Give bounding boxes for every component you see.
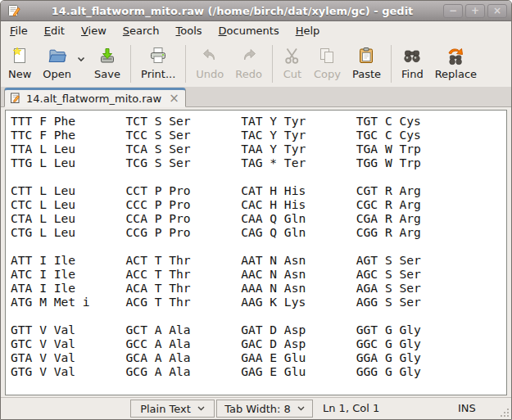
menu-search[interactable]: Search <box>115 22 168 39</box>
undo-icon <box>200 46 220 65</box>
replace-button[interactable]: Replace <box>429 43 483 85</box>
cursor-position: Ln 1, Col 1 <box>323 402 379 414</box>
maximize-button[interactable]: + <box>465 4 485 18</box>
print-button[interactable]: Print... <box>135 43 181 85</box>
text-file-icon <box>10 93 21 104</box>
toolbar-label: Paste <box>352 68 381 80</box>
tab-label: 14.alt_flatworm_mito.raw <box>26 93 161 105</box>
language-selector[interactable]: Plain Text <box>130 400 215 418</box>
toolbar-separator <box>185 45 186 83</box>
cut-button[interactable]: Cut <box>277 43 308 85</box>
menu-tools[interactable]: Tools <box>168 22 211 39</box>
close-button[interactable]: × <box>487 4 507 18</box>
toolbar-label: Save <box>94 68 120 80</box>
new-document-icon <box>10 46 29 65</box>
menu-view[interactable]: View <box>73 22 115 39</box>
minimize-button[interactable]: − <box>443 4 463 18</box>
toolbar-label: Copy <box>314 68 341 80</box>
window-controls: − + × <box>443 4 507 18</box>
undo-button[interactable]: Undo <box>190 43 229 85</box>
toolbar-label: Cut <box>283 68 301 80</box>
toolbar-label: Undo <box>196 68 224 80</box>
toolbar-label: Open <box>43 68 71 80</box>
copy-button[interactable]: Copy <box>308 43 347 85</box>
toolbar-label: Replace <box>435 68 477 80</box>
find-icon <box>402 46 422 65</box>
tab-close-icon[interactable]: × <box>166 93 179 103</box>
save-icon <box>97 46 117 65</box>
toolbar-separator <box>130 45 131 83</box>
text-content[interactable]: TTT F Phe TCT S Ser TAT Y Tyr TGT C Cys … <box>6 111 506 378</box>
toolbar: New Open Save <box>1 40 511 87</box>
toolbar-separator <box>272 45 273 83</box>
save-button[interactable]: Save <box>88 43 126 85</box>
toolbar-label: Redo <box>235 68 262 80</box>
chevron-down-icon <box>297 406 305 411</box>
tab-current-document[interactable]: 14.alt_flatworm_mito.raw × <box>4 88 186 107</box>
paste-icon <box>356 46 376 65</box>
gedit-app-icon[interactable] <box>7 3 21 18</box>
editor: TTT F Phe TCT S Ser TAT Y Tyr TGT C Cys … <box>5 110 507 395</box>
open-recent-dropdown[interactable] <box>77 43 88 85</box>
gedit-window: 14.alt_flatworm_mito.raw (/home/birch/da… <box>0 0 512 420</box>
chevron-down-icon <box>197 406 205 411</box>
resize-grip[interactable] <box>499 407 509 417</box>
paste-button[interactable]: Paste <box>347 43 387 85</box>
open-button[interactable]: Open <box>37 43 77 85</box>
print-icon <box>148 46 168 65</box>
toolbar-label: Print... <box>141 68 175 80</box>
find-button[interactable]: Find <box>396 43 429 85</box>
replace-icon <box>446 46 465 65</box>
window-title: 14.alt_flatworm_mito.raw (/home/birch/da… <box>25 5 440 17</box>
toolbar-label: New <box>8 68 31 80</box>
tab-width-selector[interactable]: Tab Width: 8 <box>216 400 313 418</box>
toolbar-label: Find <box>401 68 424 80</box>
statusbar: Plain Text Tab Width: 8 Ln 1, Col 1 INS <box>1 397 511 419</box>
chevron-down-icon <box>77 56 85 62</box>
menu-help[interactable]: Help <box>288 22 328 39</box>
tab-width-label: Tab Width: 8 <box>224 403 291 415</box>
language-label: Plain Text <box>140 403 191 415</box>
tab-bar: 14.alt_flatworm_mito.raw × <box>1 87 511 107</box>
open-folder-icon <box>48 46 67 65</box>
menu-file[interactable]: File <box>2 22 36 39</box>
copy-icon <box>317 46 337 65</box>
redo-button[interactable]: Redo <box>229 43 268 85</box>
new-button[interactable]: New <box>2 43 37 85</box>
cut-icon <box>283 46 302 65</box>
insert-mode-indicator: INS <box>458 402 476 414</box>
titlebar: 14.alt_flatworm_mito.raw (/home/birch/da… <box>1 1 511 21</box>
menubar: File Edit View Search Tools Documents He… <box>1 21 511 40</box>
redo-icon <box>239 46 259 65</box>
menu-edit[interactable]: Edit <box>36 22 73 39</box>
menu-documents[interactable]: Documents <box>211 22 288 39</box>
toolbar-separator <box>391 45 392 83</box>
